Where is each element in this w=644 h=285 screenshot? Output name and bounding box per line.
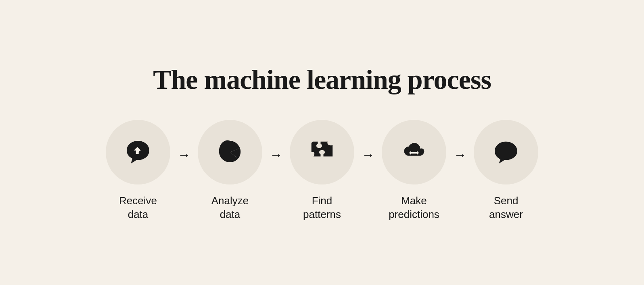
step-label-find-patterns: Findpatterns xyxy=(303,194,341,222)
chat-icon xyxy=(492,138,520,166)
chat-arrow-icon xyxy=(124,138,152,166)
arrow-3: → xyxy=(362,148,374,161)
step-make-predictions: Makepredictions xyxy=(382,120,446,222)
step-send-answer: Sendanswer xyxy=(474,120,538,222)
step-label-make-predictions: Makepredictions xyxy=(389,194,439,222)
step-circle-receive-data xyxy=(106,120,170,184)
puzzle-icon xyxy=(308,138,336,166)
step-circle-analyze-data xyxy=(198,120,262,184)
step-circle-find-patterns xyxy=(290,120,354,184)
step-label-analyze-data: Analyzedata xyxy=(211,194,249,222)
step-label-receive-data: Receivedata xyxy=(119,194,157,222)
arrow-1: → xyxy=(178,148,190,161)
step-receive-data: Receivedata xyxy=(106,120,170,222)
pie-chart-icon xyxy=(216,138,244,166)
step-analyze-data: Analyzedata xyxy=(198,120,262,222)
step-find-patterns: Findpatterns xyxy=(290,120,354,222)
page-title: The machine learning process xyxy=(153,64,491,96)
arrow-2: → xyxy=(270,148,282,161)
step-circle-send-answer xyxy=(474,120,538,184)
step-circle-make-predictions xyxy=(382,120,446,184)
step-label-send-answer: Sendanswer xyxy=(489,194,523,222)
arrow-4: → xyxy=(454,148,466,161)
cloud-arrows-icon xyxy=(400,138,428,166)
process-flow: Receivedata → Analyzedata → Findpatterns xyxy=(106,120,538,222)
